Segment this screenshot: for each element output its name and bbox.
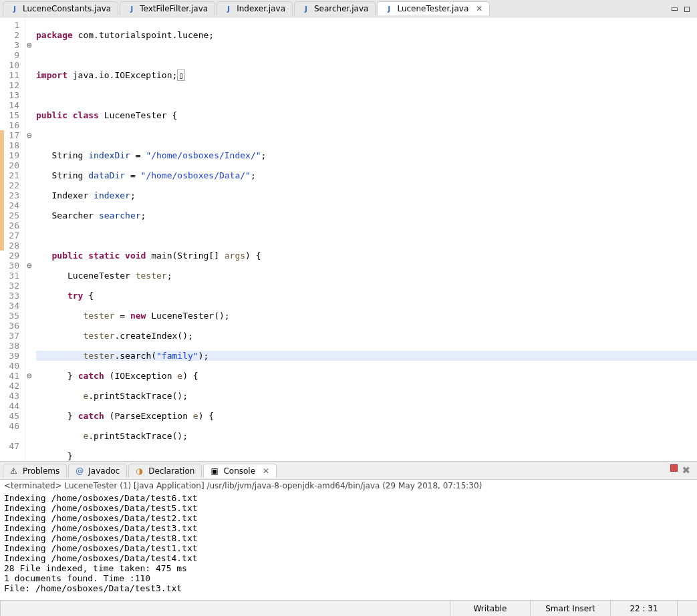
tab-text-file-filter[interactable]: J TextFileFilter.java: [120, 1, 215, 15]
tab-searcher[interactable]: J Searcher.java: [294, 1, 376, 15]
tab-label: Indexer.java: [237, 4, 285, 13]
code-editor[interactable]: 1239101112131415161718192021222324252627…: [0, 17, 697, 461]
status-bar: Writable Smart Insert 22 : 31: [0, 600, 697, 616]
tab-label: TextFileFilter.java: [140, 4, 208, 13]
java-file-icon: J: [10, 4, 19, 13]
tab-label: Console: [223, 466, 255, 476]
minimize-icon[interactable]: ▭: [671, 4, 678, 13]
tab-lucene-tester[interactable]: J LuceneTester.java ✕: [377, 1, 490, 15]
editor-tab-bar: J LuceneConstants.java J TextFileFilter.…: [0, 0, 697, 17]
terminate-icon[interactable]: [670, 464, 678, 472]
javadoc-icon: @: [76, 466, 85, 476]
java-file-icon: J: [127, 4, 136, 13]
tab-problems[interactable]: ⚠ Problems: [3, 464, 67, 478]
close-icon[interactable]: ✕: [476, 4, 482, 13]
console-toolbar: ✖: [670, 464, 694, 476]
tab-label: LuceneConstants.java: [23, 4, 111, 13]
tab-declaration[interactable]: ◑ Declaration: [128, 464, 202, 478]
bottom-view-tab-bar: ⚠ Problems @ Javadoc ◑ Declaration ▣ Con…: [0, 461, 697, 480]
tab-indexer[interactable]: J Indexer.java: [217, 1, 293, 15]
line-number-gutter[interactable]: 1239101112131415161718192021222324252627…: [4, 17, 25, 461]
status-writable: Writable: [450, 601, 530, 616]
status-cursor-position: 22 : 31: [610, 601, 677, 616]
tab-lucene-constants[interactable]: J LuceneConstants.java: [3, 1, 118, 15]
tab-label: Searcher.java: [314, 4, 368, 13]
tab-javadoc[interactable]: @ Javadoc: [68, 464, 127, 478]
console-icon: ▣: [211, 466, 220, 476]
java-file-icon: J: [301, 4, 311, 13]
tab-console[interactable]: ▣ Console ✕: [203, 464, 277, 478]
declaration-icon: ◑: [136, 466, 145, 476]
console-output[interactable]: Indexing /home/osboxes/Data/test6.txt In…: [0, 492, 697, 600]
code-content[interactable]: package com.tutorialspoint.lucene; impor…: [33, 17, 697, 461]
java-file-icon: J: [224, 4, 233, 13]
problems-icon: ⚠: [10, 466, 19, 476]
tab-label: Declaration: [148, 466, 194, 476]
status-insert-mode: Smart Insert: [530, 601, 610, 616]
console-process-header: <terminated> LuceneTester (1) [Java Appl…: [0, 480, 697, 492]
fold-annotation-column[interactable]: ⊕⊖⊖⊖: [25, 17, 33, 461]
remove-all-terminated-icon[interactable]: ✖: [682, 464, 690, 476]
tab-label: Javadoc: [88, 466, 120, 476]
close-icon[interactable]: ✕: [263, 466, 269, 476]
maximize-icon[interactable]: ◻: [684, 4, 690, 13]
tab-label: LuceneTester.java: [397, 4, 468, 13]
editor-window-controls: ▭ ◻: [671, 4, 697, 13]
tab-label: Problems: [23, 466, 59, 476]
java-file-icon: J: [384, 4, 394, 13]
